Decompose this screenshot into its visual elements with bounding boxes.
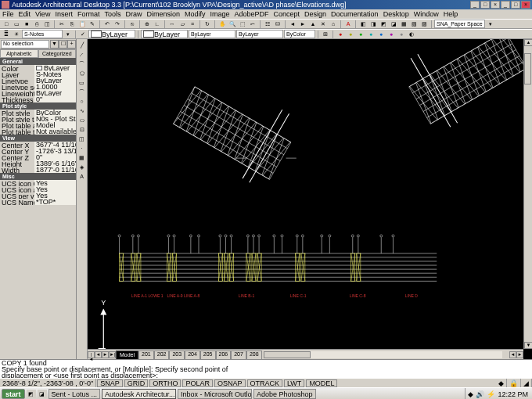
tracking-icon[interactable]: ⊕ — [142, 20, 152, 28]
prop-row[interactable]: LinetypeByLayer — [0, 77, 76, 84]
prop-value[interactable]: Model — [34, 122, 76, 128]
taskbar-task-3[interactable]: Inbox - Microsoft Outlook — [178, 389, 252, 399]
insert-icon[interactable]: ⊞ — [321, 30, 330, 38]
window-minimize-button[interactable]: _ — [501, 1, 510, 9]
preview-icon[interactable]: ◫ — [42, 20, 52, 28]
prop-row[interactable]: Linetype scale1.0000 — [0, 84, 76, 90]
area-icon[interactable]: ▱ — [178, 20, 187, 28]
layer-prev-icon[interactable]: ☀ — [12, 30, 21, 38]
prop-category[interactable]: Plot style — [0, 102, 76, 110]
menu-window[interactable]: Window — [414, 10, 439, 18]
prop-value[interactable]: ByColor — [34, 110, 76, 116]
open-icon[interactable]: ▭ — [12, 20, 21, 28]
paste-icon[interactable]: 📋 — [77, 20, 87, 28]
scroll-thumb-v[interactable] — [524, 53, 531, 84]
menu-insert[interactable]: Insert — [55, 10, 73, 18]
pdf-icon[interactable]: A — [343, 20, 353, 28]
circle-icon[interactable]: ○ — [77, 97, 86, 106]
gray-ball-icon[interactable]: ● — [397, 30, 406, 38]
prop-value[interactable]: Not available — [34, 128, 76, 135]
tray-icon-2[interactable]: 🔊 — [476, 390, 484, 398]
quicklaunch-1-icon[interactable]: ◩ — [27, 390, 36, 398]
rainbow-ball-icon[interactable]: ◐ — [407, 30, 416, 38]
nav-up-icon[interactable]: ▲ — [308, 20, 318, 28]
aec-icon-4[interactable]: ◪ — [389, 20, 398, 28]
selectobj-icon[interactable]: ☐ — [59, 40, 67, 49]
prop-category[interactable]: General — [0, 58, 76, 65]
print-icon[interactable]: ⎙ — [32, 20, 41, 28]
makeblock-icon[interactable]: ◫ — [77, 135, 86, 143]
scroll-left-icon[interactable]: ◄ — [509, 351, 516, 358]
prop-value[interactable]: 0" — [34, 96, 76, 102]
menu-draw[interactable]: Draw — [125, 10, 142, 18]
layout-tab-6[interactable]: 206 — [216, 350, 232, 359]
menu-edit[interactable]: Edit — [19, 10, 31, 18]
start-button[interactable]: start — [2, 389, 25, 399]
insert-block-icon[interactable]: ⊡ — [77, 125, 86, 134]
aec-icon-7[interactable]: ▨ — [419, 20, 429, 28]
layout-tab-1[interactable]: 201 — [138, 350, 154, 359]
prop-value[interactable]: N0s - Plot Standard — [34, 116, 76, 122]
aec-icon-1[interactable]: ◧ — [358, 20, 368, 28]
named-views-combo[interactable]: SNA_Paper Space — [434, 20, 485, 28]
prop-row[interactable]: Height1389'-6 1/16" — [0, 160, 76, 167]
aec-icon-5[interactable]: ▦ — [399, 20, 408, 28]
drawing-area[interactable]: LINE A-1 LOWE 1 LINE A-9 LINE A-8 LINE B… — [88, 39, 532, 359]
prop-row[interactable]: Center X3677'-4 11/16" — [0, 142, 76, 148]
prop-row[interactable]: Plot table attachedModel — [0, 122, 76, 128]
prop-value[interactable]: 1877'-0 11/16" — [34, 167, 76, 173]
prop-value[interactable]: S-Notes — [34, 71, 76, 77]
prop-row[interactable]: UCS Name*TOP* — [0, 199, 76, 205]
make-current-icon[interactable]: ✓ — [78, 30, 88, 38]
polygon-icon[interactable]: ⬠ — [77, 69, 86, 77]
arc-icon[interactable]: ⌒ — [77, 88, 86, 96]
menu-documentation[interactable]: Documentation — [331, 10, 379, 18]
prop-value[interactable]: ByLayer — [34, 90, 76, 96]
pickadd-icon[interactable]: + — [67, 40, 76, 49]
prop-value[interactable]: 1389'-6 1/16" — [34, 160, 76, 167]
hatch-icon[interactable]: ▦ — [77, 153, 86, 162]
tab-next-icon[interactable]: ► — [102, 351, 109, 358]
grid-toggle[interactable]: GRID — [124, 379, 149, 387]
polar-toggle[interactable]: POLAR — [182, 379, 213, 387]
model-tab[interactable]: Model — [116, 350, 138, 359]
scroll-up-icon[interactable]: ▲ — [524, 39, 532, 46]
cut-icon[interactable]: ✂ — [57, 20, 66, 28]
layout-tab-3[interactable]: 203 — [169, 350, 185, 359]
prop-value[interactable]: 1.0000 — [34, 84, 76, 90]
point-icon[interactable]: · — [77, 144, 86, 153]
matchprop-icon[interactable]: ✎ — [88, 20, 97, 28]
menu-format[interactable]: Format — [77, 10, 100, 18]
tab-categorized[interactable]: Categorized — [38, 49, 77, 58]
prop-row[interactable]: Thickness0" — [0, 96, 76, 102]
magenta-ball-icon[interactable]: ● — [386, 30, 396, 38]
prop-value[interactable]: Yes — [34, 180, 76, 186]
menu-tools[interactable]: Tools — [104, 10, 120, 18]
prop-row[interactable]: Plot style tableN0s - Plot Standard — [0, 116, 76, 122]
scroll-thumb-h[interactable] — [264, 351, 311, 358]
nav-back-icon[interactable]: ◄ — [288, 20, 297, 28]
tab-alphabetic[interactable]: Alphabetic — [0, 49, 38, 58]
linetype-combo[interactable]: ByLayer — [189, 30, 235, 38]
taskbar-task-1[interactable]: Sent - Lotus ... — [49, 389, 101, 399]
layer-tool-icon[interactable]: ▾ — [63, 30, 73, 38]
nav-home-icon[interactable]: ⌂ — [329, 20, 338, 28]
prop-row[interactable]: Center Z0" — [0, 154, 76, 160]
red-ball-icon[interactable]: ● — [336, 30, 345, 38]
prop-value[interactable]: -1726'-3 13/16" — [34, 148, 76, 154]
prop-value[interactable]: 0" — [34, 154, 76, 160]
prop-row[interactable]: LayerS-Notes — [0, 71, 76, 77]
quickselect-icon[interactable]: ▼ — [50, 40, 59, 49]
menu-dimension[interactable]: Dimension — [146, 10, 180, 18]
otrack-toggle[interactable]: OTRACK — [247, 379, 283, 387]
window-maximize-button[interactable]: □ — [511, 1, 520, 9]
redo-icon[interactable]: ↷ — [113, 20, 122, 28]
layout-tab-7[interactable]: 207 — [231, 350, 246, 359]
menu-file[interactable]: File — [2, 10, 14, 18]
menu-help[interactable]: Help — [444, 10, 458, 18]
quicklaunch-2-icon[interactable]: ◪ — [38, 390, 47, 398]
prop-category[interactable]: View — [0, 135, 76, 142]
aec-icon-6[interactable]: ▧ — [409, 20, 419, 28]
prop-row[interactable]: ColorByLayer — [0, 65, 76, 71]
prop-value[interactable]: ByLayer — [34, 77, 76, 84]
